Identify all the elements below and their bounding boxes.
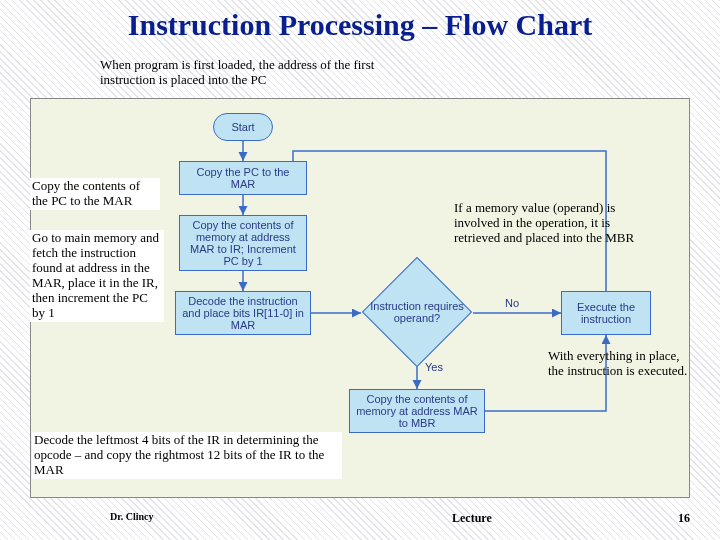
node-copy-pc-mar-label: Copy the PC to the MAR bbox=[184, 166, 302, 190]
annotation-execute: With everything in place, the instructio… bbox=[546, 348, 696, 380]
node-execute-label: Execute the instruction bbox=[566, 301, 646, 325]
node-decision-label: Instruction requires operand? bbox=[361, 300, 473, 324]
slide: Instruction Processing – Flow Chart When… bbox=[0, 0, 720, 540]
node-copy-mem-mbr: Copy the contents of memory at address M… bbox=[349, 389, 485, 433]
node-decode-ir: Decode the instruction and place bits IR… bbox=[175, 291, 311, 335]
node-start: Start bbox=[213, 113, 273, 141]
node-decode-ir-label: Decode the instruction and place bits IR… bbox=[180, 295, 306, 331]
edge-label-no: No bbox=[505, 297, 519, 309]
intro-note: When program is first loaded, the addres… bbox=[100, 58, 400, 88]
annotation-decode: Decode the leftmost 4 bits of the IR in … bbox=[32, 432, 342, 479]
annotation-fetch: Go to main memory and fetch the instruct… bbox=[30, 230, 164, 322]
edge-label-yes: Yes bbox=[425, 361, 443, 373]
annotation-operand: If a memory value (operand) is involved … bbox=[452, 200, 642, 247]
footer-page-number: 16 bbox=[678, 511, 690, 526]
node-copy-mem-mbr-label: Copy the contents of memory at address M… bbox=[354, 393, 480, 429]
footer-author: Dr. Clincy bbox=[110, 511, 154, 522]
node-start-label: Start bbox=[231, 121, 254, 133]
node-copy-mem-ir: Copy the contents of memory at address M… bbox=[179, 215, 307, 271]
annotation-copy-pc: Copy the contents of the PC to the MAR bbox=[30, 178, 160, 210]
footer-lecture: Lecture bbox=[452, 511, 492, 526]
node-copy-pc-mar: Copy the PC to the MAR bbox=[179, 161, 307, 195]
node-execute: Execute the instruction bbox=[561, 291, 651, 335]
node-decision-operand: Instruction requires operand? bbox=[361, 277, 473, 347]
node-copy-mem-ir-label: Copy the contents of memory at address M… bbox=[184, 219, 302, 267]
page-title: Instruction Processing – Flow Chart bbox=[0, 8, 720, 42]
